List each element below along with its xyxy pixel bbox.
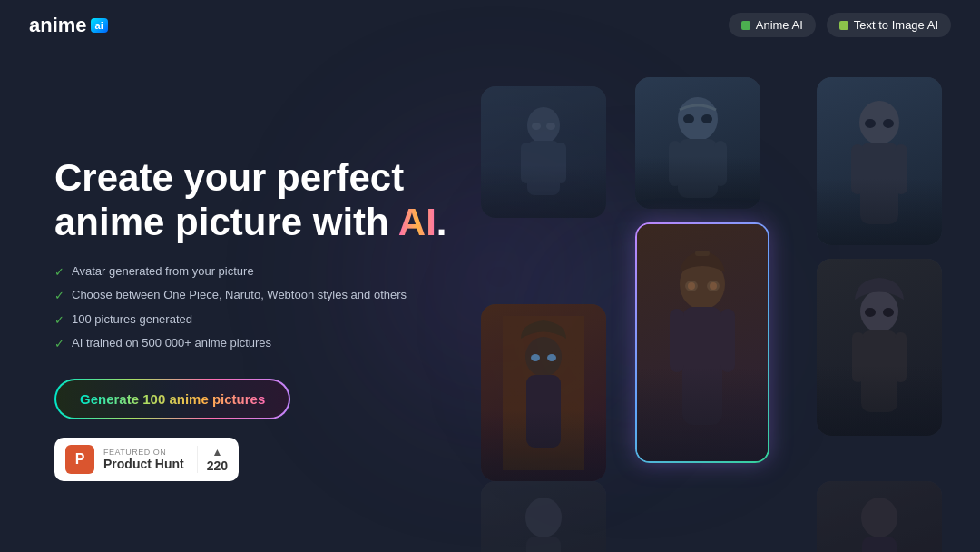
svg-rect-15 bbox=[895, 144, 907, 194]
check-icon-4: ✓ bbox=[54, 335, 64, 353]
svg-rect-35 bbox=[895, 332, 906, 382]
ph-text: FEATURED ON Product Hunt bbox=[103, 448, 184, 471]
logo: anime ai bbox=[29, 14, 108, 37]
svg-rect-24 bbox=[682, 307, 722, 425]
svg-rect-39 bbox=[526, 537, 561, 552]
svg-rect-33 bbox=[861, 330, 897, 412]
feature-3-text: 100 pictures generated bbox=[72, 310, 192, 329]
anime-img-4 bbox=[481, 304, 606, 481]
svg-rect-26 bbox=[720, 309, 735, 372]
anime-img-5 bbox=[637, 224, 768, 461]
cta-label: Generate 100 anime pictures bbox=[80, 391, 265, 407]
svg-point-36 bbox=[865, 308, 876, 317]
text-to-image-dot bbox=[839, 21, 848, 30]
main-content: Create your perfect anime picture with A… bbox=[0, 50, 980, 551]
svg-rect-25 bbox=[670, 309, 684, 372]
anime-img-7 bbox=[481, 481, 606, 552]
svg-rect-3 bbox=[555, 143, 566, 183]
feature-1-text: Avatar generated from your picture bbox=[72, 262, 254, 281]
cta-button[interactable]: Generate 100 anime pictures bbox=[54, 379, 290, 419]
ph-logo-letter: P bbox=[75, 451, 85, 468]
anime-card-6 bbox=[817, 259, 942, 436]
headline-ai: AI bbox=[398, 201, 436, 243]
hero-left: Create your perfect anime picture with A… bbox=[54, 68, 454, 551]
ph-votes: ▲ 220 bbox=[197, 446, 228, 473]
ph-arrow-icon: ▲ bbox=[211, 446, 222, 458]
feature-2-text: Choose between One Piece, Naruto, Webtoo… bbox=[72, 286, 407, 304]
svg-point-22 bbox=[547, 354, 556, 361]
headline-dot: . bbox=[436, 201, 447, 243]
ph-vote-count: 220 bbox=[207, 458, 228, 473]
svg-point-16 bbox=[865, 119, 876, 128]
anime-card-2 bbox=[635, 77, 760, 209]
anime-ai-dot bbox=[741, 21, 750, 30]
logo-text: anime bbox=[29, 14, 87, 37]
svg-point-40 bbox=[861, 498, 897, 537]
check-icon-2: ✓ bbox=[54, 287, 64, 305]
feature-4-text: AI trained on 500 000+ anime pictures bbox=[72, 334, 271, 352]
svg-rect-20 bbox=[526, 375, 561, 448]
svg-point-11 bbox=[701, 114, 712, 123]
svg-rect-2 bbox=[521, 143, 532, 183]
check-icon-1: ✓ bbox=[54, 263, 64, 281]
svg-rect-1 bbox=[527, 141, 560, 195]
anime-img-6 bbox=[817, 259, 942, 436]
anime-img-3 bbox=[817, 77, 942, 245]
svg-point-17 bbox=[883, 119, 894, 128]
ph-featured-label: FEATURED ON bbox=[103, 448, 184, 457]
headline-line2: anime picture with AI. bbox=[54, 201, 447, 243]
header: anime ai Anime AI Text to Image AI bbox=[0, 0, 980, 50]
anime-img-8 bbox=[817, 481, 942, 552]
nav-anime-ai[interactable]: Anime AI bbox=[729, 13, 816, 37]
nav-text-to-image-label: Text to Image AI bbox=[854, 18, 938, 32]
svg-rect-14 bbox=[851, 144, 864, 194]
feature-1: ✓ Avatar generated from your picture bbox=[54, 262, 454, 281]
svg-rect-34 bbox=[852, 332, 864, 382]
feature-3: ✓ 100 pictures generated bbox=[54, 310, 454, 330]
ph-logo: P bbox=[65, 445, 94, 474]
svg-point-5 bbox=[546, 123, 555, 130]
svg-point-10 bbox=[683, 114, 694, 123]
feature-4: ✓ AI trained on 500 000+ anime pictures bbox=[54, 334, 454, 353]
svg-point-19 bbox=[525, 337, 562, 377]
anime-card-4 bbox=[481, 304, 606, 481]
anime-card-7 bbox=[481, 481, 606, 552]
anime-card-8 bbox=[817, 481, 942, 552]
nav: Anime AI Text to Image AI bbox=[729, 13, 951, 37]
svg-rect-13 bbox=[860, 143, 898, 224]
svg-rect-7 bbox=[678, 139, 718, 198]
product-hunt-badge[interactable]: P FEATURED ON Product Hunt ▲ 220 bbox=[54, 438, 239, 481]
headline-line1: Create your perfect bbox=[54, 156, 404, 199]
anime-img-1 bbox=[481, 86, 606, 218]
check-icon-3: ✓ bbox=[54, 311, 64, 330]
image-grid bbox=[472, 68, 951, 551]
feature-2: ✓ Choose between One Piece, Naruto, Webt… bbox=[54, 286, 454, 305]
anime-card-5 bbox=[635, 222, 769, 463]
svg-point-30 bbox=[710, 282, 717, 290]
svg-point-21 bbox=[531, 354, 540, 361]
svg-point-38 bbox=[525, 498, 562, 537]
anime-img-2 bbox=[635, 77, 760, 209]
svg-point-37 bbox=[883, 308, 894, 317]
features-list: ✓ Avatar generated from your picture ✓ C… bbox=[54, 262, 454, 353]
svg-rect-31 bbox=[695, 251, 710, 256]
nav-anime-ai-label: Anime AI bbox=[756, 18, 803, 32]
ph-name: Product Hunt bbox=[103, 457, 184, 471]
headline-part2: anime picture with bbox=[54, 201, 398, 243]
svg-rect-41 bbox=[862, 537, 897, 552]
svg-point-4 bbox=[532, 123, 541, 130]
nav-text-to-image[interactable]: Text to Image AI bbox=[827, 13, 951, 37]
logo-badge: ai bbox=[91, 18, 108, 33]
svg-rect-8 bbox=[669, 141, 681, 186]
anime-card-3 bbox=[817, 77, 942, 245]
hero-headline: Create your perfect anime picture with A… bbox=[54, 156, 454, 244]
svg-point-29 bbox=[688, 282, 695, 290]
svg-rect-9 bbox=[714, 141, 727, 186]
anime-card-1 bbox=[481, 86, 606, 218]
